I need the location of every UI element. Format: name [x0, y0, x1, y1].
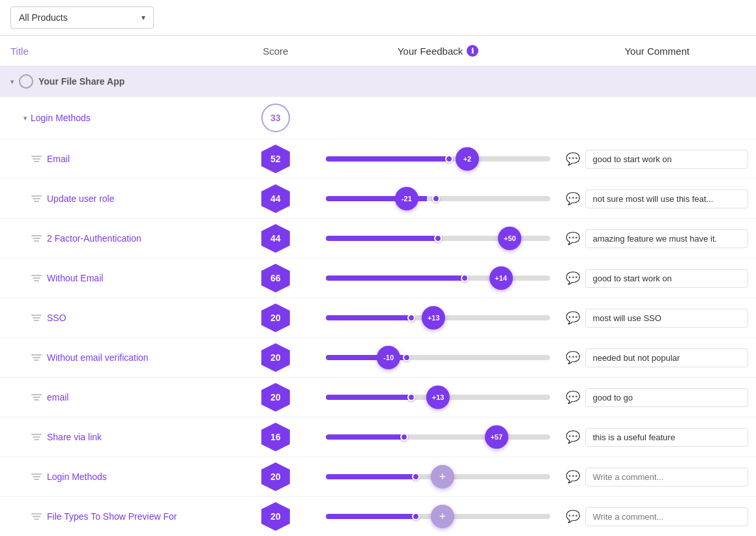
slider-cell: +2: [318, 139, 559, 179]
item-title: Without email verification: [47, 352, 149, 363]
comment-cell: 💬: [558, 417, 756, 457]
table-row: 2 Factor-Authentication 44 +50 💬: [0, 219, 756, 259]
slider-wrap[interactable]: +2: [326, 147, 551, 171]
slider-track[interactable]: +: [326, 474, 551, 479]
comment-wrap: 💬: [566, 348, 748, 367]
slider-wrap[interactable]: +50: [326, 227, 551, 250]
slider-dot: [434, 234, 442, 242]
comment-wrap: 💬: [566, 150, 748, 169]
layers-icon: [31, 434, 42, 440]
comment-cell: 💬: [558, 139, 756, 179]
comment-wrap: 💬: [566, 309, 748, 328]
comment-input[interactable]: [585, 428, 748, 447]
slider-track[interactable]: +50: [326, 236, 551, 241]
comment-wrap: 💬: [566, 388, 748, 407]
slider-dot: [403, 354, 411, 361]
layers-icon: [31, 275, 42, 281]
slider-bubble: -10: [377, 346, 400, 369]
comment-input[interactable]: [585, 388, 748, 407]
comment-cell: 💬: [558, 338, 756, 378]
slider-dot: [407, 314, 415, 322]
slider-cell: +13: [318, 298, 559, 338]
slider-track[interactable]: +13: [326, 315, 551, 320]
item-score-badge: 20: [261, 462, 290, 491]
slider-dot: [412, 473, 420, 481]
header-feedback: Your Feedback ℹ: [318, 36, 559, 66]
item-title-cell: Share via link: [8, 432, 225, 442]
comment-input[interactable]: [585, 150, 748, 169]
item-score-badge: 52: [261, 145, 290, 173]
slider-cell: +14: [318, 259, 559, 298]
item-title: Email: [47, 154, 70, 164]
slider-track[interactable]: +: [326, 514, 551, 519]
slider-bubble: +14: [489, 266, 513, 290]
comment-input[interactable]: [585, 269, 748, 288]
layers-icon: [31, 513, 42, 520]
product-dropdown-label: All Products: [19, 12, 68, 23]
comment-cell: 💬: [558, 497, 756, 537]
slider-track[interactable]: -21: [326, 196, 551, 201]
slider-track[interactable]: +14: [326, 275, 551, 281]
slider-wrap[interactable]: +13: [326, 306, 551, 330]
item-score-badge: 20: [261, 343, 290, 372]
slider-track[interactable]: +13: [326, 395, 551, 400]
slider-wrap[interactable]: +14: [326, 266, 551, 290]
chat-icon: 💬: [566, 271, 580, 285]
subgroup-score-badge: 33: [261, 104, 290, 132]
slider-wrap[interactable]: -10: [326, 346, 551, 369]
slider-dot: [412, 513, 420, 520]
product-dropdown[interactable]: All Products ▾: [10, 7, 154, 29]
top-bar: All Products ▾: [0, 0, 756, 36]
header-title: Title: [0, 36, 233, 66]
comment-input[interactable]: [585, 348, 748, 367]
comment-input[interactable]: [585, 190, 748, 208]
layers-icon: [31, 235, 42, 242]
item-title-cell: Without Email: [8, 273, 225, 283]
slider-bubble: +: [431, 465, 454, 488]
item-title: Login Methods: [47, 472, 107, 482]
slider-wrap[interactable]: +13: [326, 386, 551, 409]
slider-cell: +50: [318, 219, 559, 259]
item-score-badge: 44: [261, 184, 290, 213]
chat-icon: 💬: [566, 470, 580, 484]
slider-dot: [407, 393, 415, 401]
layers-icon: [31, 315, 42, 321]
item-title: Share via link: [47, 432, 102, 442]
slider-bubble: +: [431, 505, 454, 528]
item-score-badge: 20: [261, 502, 290, 531]
chat-icon: 💬: [566, 430, 580, 444]
item-title-cell: SSO: [8, 313, 225, 323]
chat-icon: 💬: [566, 350, 580, 365]
layers-icon: [31, 394, 42, 401]
subgroup-title: Login Methods: [31, 113, 91, 123]
slider-track[interactable]: +57: [326, 434, 551, 440]
table-row: Without Email 66 +14 💬: [0, 259, 756, 298]
slider-track[interactable]: -10: [326, 355, 551, 360]
header-comment: Your Comment: [558, 36, 756, 66]
comment-input[interactable]: [585, 507, 748, 526]
table-row: Login Methods 20 + 💬: [0, 457, 756, 497]
comment-wrap: 💬: [566, 269, 748, 288]
table-row: Email 52 +2 💬: [0, 139, 756, 179]
group-collapse-button[interactable]: ▾: [10, 78, 14, 85]
layers-icon: [31, 156, 42, 162]
comment-cell: 💬: [558, 259, 756, 298]
comment-input[interactable]: [585, 309, 748, 328]
layers-icon: [31, 195, 42, 202]
table-row: SSO 20 +13 💬: [0, 298, 756, 338]
slider-track[interactable]: +2: [326, 156, 551, 162]
item-title-cell: email: [8, 392, 225, 402]
comment-input[interactable]: [585, 468, 748, 487]
slider-wrap[interactable]: +57: [326, 425, 551, 449]
comment-cell: 💬: [558, 378, 756, 417]
slider-wrap[interactable]: -21: [326, 187, 551, 210]
item-score-badge: 16: [261, 423, 290, 451]
slider-wrap[interactable]: +: [326, 505, 551, 528]
table-row: email 20 +13 💬: [0, 378, 756, 417]
slider-wrap[interactable]: +: [326, 465, 551, 488]
item-title-cell: File Types To Show Preview For: [8, 511, 225, 522]
group-row: ▾ Your File Share App: [0, 66, 756, 97]
comment-input[interactable]: [585, 229, 748, 248]
table-row: Share via link 16 +57 💬: [0, 417, 756, 457]
subgroup-collapse-button[interactable]: ▾: [23, 115, 27, 122]
